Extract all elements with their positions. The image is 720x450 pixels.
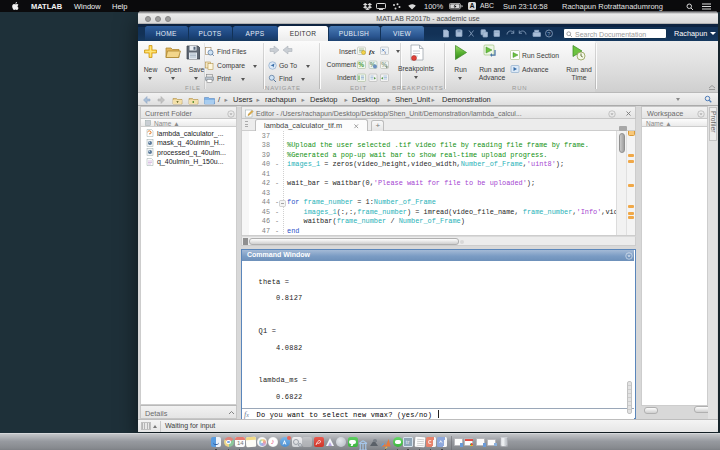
svg-text:?: ? [547, 30, 550, 36]
svg-text:%: % [358, 61, 364, 68]
svg-text:fx: fx [369, 48, 375, 56]
